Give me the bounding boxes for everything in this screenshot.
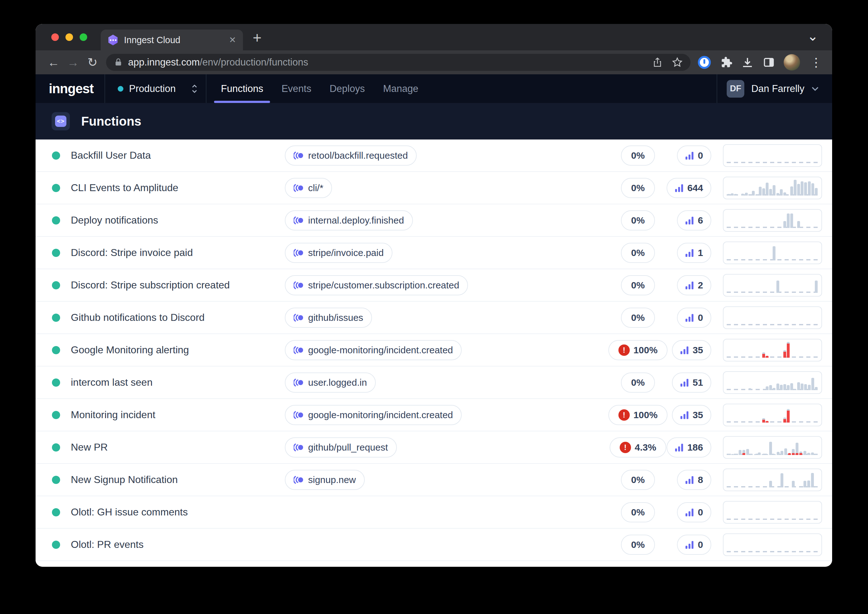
run-count-badge: 0 — [677, 146, 711, 166]
function-status-dot — [52, 346, 60, 354]
event-trigger-icon — [294, 475, 304, 485]
run-count-value: 51 — [693, 377, 703, 388]
sparkline-chart — [723, 306, 822, 329]
close-window-button[interactable] — [51, 33, 59, 41]
tab-close-icon[interactable]: ✕ — [229, 35, 236, 45]
failure-rate-cell: 0% — [600, 275, 676, 295]
run-count-value: 0 — [698, 150, 703, 161]
function-status-dot — [52, 411, 60, 419]
address-bar[interactable]: app.inngest.com/env/production/functions — [106, 54, 690, 71]
event-badge: github/pull_request — [285, 437, 397, 457]
function-name-cell: Olotl: PR events — [52, 539, 285, 550]
event-trigger-icon — [294, 281, 304, 290]
failure-rate-badge: 0% — [621, 470, 655, 490]
event-name: stripe/invoice.paid — [308, 247, 384, 258]
failure-rate-value: 0% — [631, 312, 645, 323]
event-cell: github/pull_request — [285, 437, 600, 457]
sparkline-bars — [727, 406, 818, 423]
inngest-favicon-icon — [108, 35, 118, 45]
url-path: /env/production/functions — [200, 57, 308, 68]
onepassword-extension-icon[interactable] — [698, 55, 711, 69]
reload-button[interactable]: ↻ — [83, 55, 102, 69]
user-name: Dan Farrelly — [751, 83, 804, 95]
function-row[interactable]: Deploy notifications internal.deploy.fin… — [36, 204, 832, 237]
sparkline-bars — [727, 309, 818, 325]
run-count-cell: 2 — [676, 275, 723, 295]
event-cell: stripe/invoice.paid — [285, 243, 600, 263]
tab-manage[interactable]: Manage — [383, 74, 418, 103]
failure-rate-cell: 0% — [600, 243, 676, 263]
function-row[interactable]: New PR github/pull_request ! 4.3% — [36, 431, 832, 464]
browser-profile-avatar[interactable] — [784, 54, 800, 70]
run-count-badge: 35 — [672, 340, 711, 360]
function-status-dot — [52, 541, 60, 549]
function-row[interactable]: Monitoring incident google-monitoring/in… — [36, 399, 832, 431]
event-badge: cli/* — [285, 178, 332, 198]
function-status-dot — [52, 378, 60, 387]
zoom-window-button[interactable] — [80, 33, 87, 41]
function-name-cell: Github notifications to Discord — [52, 312, 285, 323]
browser-tab[interactable]: Inngest Cloud ✕ — [101, 30, 243, 50]
tab-search-chevron-icon[interactable]: ⌄ — [807, 28, 818, 44]
tab-events[interactable]: Events — [281, 74, 311, 103]
bar-chart-icon — [685, 313, 694, 322]
env-label: Production — [129, 83, 186, 95]
function-status-dot — [52, 314, 60, 322]
error-icon: ! — [620, 442, 631, 453]
run-count-cell: 0 — [676, 308, 723, 328]
inngest-logo[interactable]: inngest — [36, 74, 105, 103]
forward-button[interactable]: → — [63, 56, 83, 69]
function-row[interactable]: Backfill User Data retool/backfill.reque… — [36, 140, 832, 172]
bookmark-star-icon[interactable] — [672, 57, 683, 68]
bar-chart-icon — [685, 151, 694, 160]
function-row[interactable]: Google Monitoring alerting google-monito… — [36, 334, 832, 367]
user-avatar: DF — [727, 80, 744, 98]
user-menu[interactable]: DF Dan Farrelly — [717, 74, 832, 103]
failure-rate-badge: ! 4.3% — [610, 437, 666, 457]
run-count-cell: 6 — [676, 210, 723, 230]
share-icon[interactable] — [652, 57, 663, 68]
function-row[interactable]: CLI Events to Amplitude cli/* 0% — [36, 172, 832, 204]
failure-rate-badge: ! 100% — [608, 340, 668, 360]
function-name-cell: New PR — [52, 441, 285, 453]
side-panel-icon[interactable] — [762, 56, 775, 69]
failure-rate-value: 100% — [634, 410, 658, 420]
run-count-badge: 8 — [677, 470, 711, 490]
new-tab-button[interactable]: + — [253, 29, 262, 46]
sparkline-bars — [727, 341, 818, 358]
tab-deploys[interactable]: Deploys — [330, 74, 365, 103]
function-row[interactable]: Olotl: GH issue comments 0% — [36, 496, 832, 529]
tab-functions[interactable]: Functions — [221, 74, 263, 103]
sparkline-chart — [723, 533, 822, 556]
function-row[interactable]: Discord: Stripe subscription created str… — [36, 269, 832, 302]
function-row[interactable]: intercom last seen user.logged.in 0% — [36, 367, 832, 399]
event-name: github/pull_request — [308, 442, 388, 453]
event-trigger-icon — [294, 313, 304, 322]
function-name: New Signup Notification — [71, 474, 178, 485]
failure-rate-cell: 0% — [600, 502, 676, 522]
function-status-dot — [52, 249, 60, 257]
function-name: New PR — [71, 441, 108, 453]
browser-menu-icon[interactable]: ⋮ — [808, 55, 824, 69]
sparkline-chart — [723, 144, 822, 167]
run-count-value: 186 — [687, 442, 703, 453]
event-name: stripe/customer.subscription.created — [308, 280, 459, 291]
function-row[interactable]: New Signup Notification signup.new 0% — [36, 464, 832, 496]
sparkline-chart — [723, 177, 822, 199]
downloads-icon[interactable] — [741, 56, 754, 69]
function-row[interactable]: Discord: Stripe invoice paid stripe/invo… — [36, 237, 832, 269]
event-name: user.logged.in — [308, 377, 367, 388]
function-row[interactable]: Olotl: PR events 0% — [36, 529, 832, 561]
run-count-badge: 35 — [672, 405, 711, 425]
function-status-dot — [52, 281, 60, 289]
sparkline-chart — [723, 436, 822, 459]
event-name: internal.deploy.finished — [308, 215, 404, 226]
primary-nav: Functions Events Deploys Manage — [206, 74, 418, 103]
function-row[interactable]: Github notifications to Discord github/i… — [36, 302, 832, 334]
minimize-window-button[interactable] — [65, 33, 73, 41]
environment-selector[interactable]: Production — [105, 74, 206, 103]
run-count-badge: 0 — [677, 308, 711, 328]
event-name: google-monitoring/incident.created — [308, 345, 453, 356]
back-button[interactable]: ← — [44, 56, 63, 69]
extensions-puzzle-icon[interactable] — [719, 56, 733, 69]
